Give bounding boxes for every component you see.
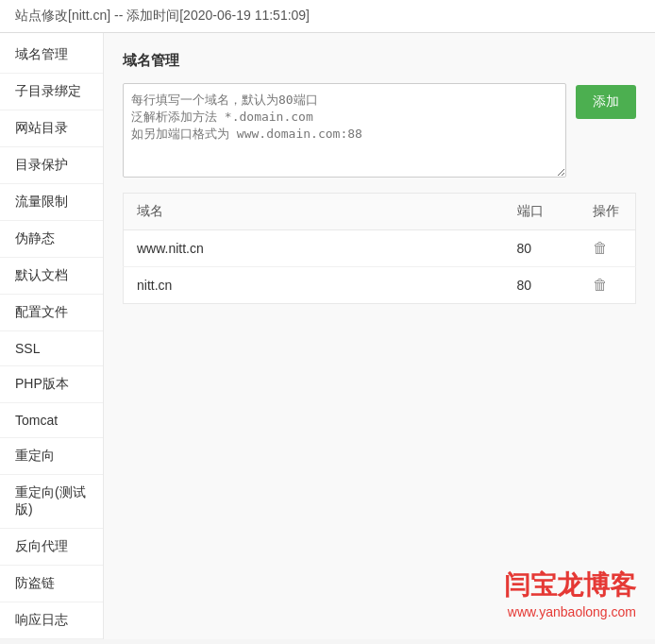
table-row: nitt.cn80🗑: [124, 267, 636, 304]
cell-port: 80: [504, 230, 579, 267]
sidebar-item-redirect[interactable]: 重定向: [0, 438, 103, 475]
table-row: www.nitt.cn80🗑: [124, 230, 636, 267]
main-content: 域名管理 添加 域名 端口 操作 www.nitt.cn80🗑nitt.cn80…: [104, 33, 655, 639]
cell-domain: www.nitt.cn: [124, 230, 504, 267]
sidebar-item-website-dir[interactable]: 网站目录: [0, 110, 103, 147]
th-domain: 域名: [124, 194, 504, 230]
header-title: 站点修改[nitt.cn] -- 添加时间[2020-06-19 11:51:0…: [15, 8, 310, 23]
sidebar: 域名管理子目录绑定网站目录目录保护流量限制伪静态默认文档配置文件SSLPHP版本…: [0, 33, 104, 639]
sidebar-item-dir-protection[interactable]: 目录保护: [0, 147, 103, 184]
sidebar-item-traffic-limit[interactable]: 流量限制: [0, 184, 103, 221]
sidebar-item-reverse-proxy[interactable]: 反向代理: [0, 529, 103, 566]
cell-action: 🗑: [579, 267, 636, 304]
th-port: 端口: [504, 194, 579, 230]
watermark: 闫宝龙博客 www.yanbaolong.com: [504, 568, 636, 620]
sidebar-item-response-log[interactable]: 响应日志: [0, 602, 103, 639]
sidebar-item-domain-management[interactable]: 域名管理: [0, 37, 103, 74]
domain-input-area: 添加: [123, 83, 636, 178]
delete-icon[interactable]: 🗑: [593, 277, 608, 293]
domain-table-body: www.nitt.cn80🗑nitt.cn80🗑: [124, 230, 636, 304]
cell-action: 🗑: [579, 230, 636, 267]
section-title: 域名管理: [123, 52, 636, 70]
sidebar-item-tomcat[interactable]: Tomcat: [0, 403, 103, 438]
watermark-url: www.yanbaolong.com: [504, 603, 636, 620]
layout: 域名管理子目录绑定网站目录目录保护流量限制伪静态默认文档配置文件SSLPHP版本…: [0, 33, 655, 639]
sidebar-item-ssl[interactable]: SSL: [0, 331, 103, 366]
domain-textarea[interactable]: [123, 83, 566, 178]
domain-table: 域名 端口 操作 www.nitt.cn80🗑nitt.cn80🗑: [123, 193, 636, 304]
watermark-title: 闫宝龙博客: [504, 568, 636, 602]
header: 站点修改[nitt.cn] -- 添加时间[2020-06-19 11:51:0…: [0, 0, 655, 33]
sidebar-item-subdir-binding[interactable]: 子目录绑定: [0, 74, 103, 110]
delete-icon[interactable]: 🗑: [593, 240, 608, 256]
table-header-row: 域名 端口 操作: [124, 194, 636, 230]
sidebar-item-redirect-beta[interactable]: 重定向(测试版): [0, 475, 103, 529]
cell-port: 80: [504, 267, 579, 304]
add-domain-button[interactable]: 添加: [576, 85, 636, 119]
sidebar-item-config-file[interactable]: 配置文件: [0, 295, 103, 331]
cell-domain: nitt.cn: [124, 267, 504, 304]
sidebar-item-hotlink-protection[interactable]: 防盗链: [0, 566, 103, 602]
sidebar-item-pseudo-static[interactable]: 伪静态: [0, 221, 103, 258]
sidebar-item-default-doc[interactable]: 默认文档: [0, 258, 103, 295]
th-action: 操作: [579, 194, 636, 230]
sidebar-item-php-version[interactable]: PHP版本: [0, 366, 103, 403]
